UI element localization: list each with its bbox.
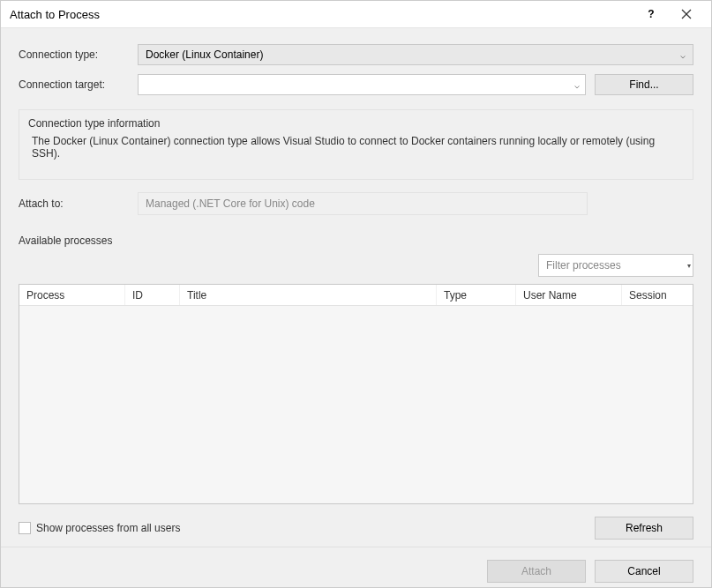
attach-to-label: Attach to: [19, 197, 138, 210]
attach-to-row: Attach to: Managed (.NET Core for Unix) … [19, 192, 693, 215]
titlebar: Attach to Process ? [1, 1, 711, 28]
connection-target-label: Connection target: [19, 78, 138, 91]
find-button-label: Find... [629, 78, 658, 91]
attach-to-value-box: Managed (.NET Core for Unix) code [138, 192, 588, 215]
cancel-button[interactable]: Cancel [595, 560, 693, 583]
close-icon [681, 9, 692, 19]
chevron-down-icon: ⌵ [574, 80, 580, 90]
find-button[interactable]: Find... [595, 74, 693, 95]
filter-processes-input[interactable] [544, 258, 680, 272]
below-table-row: Show processes from all users Refresh [19, 517, 693, 540]
connection-type-row: Connection type: Docker (Linux Container… [19, 44, 693, 65]
column-header-process[interactable]: Process [19, 285, 125, 305]
available-processes-label: Available processes [19, 234, 693, 247]
column-header-id[interactable]: ID [125, 285, 180, 305]
processes-table: Process ID Title Type User Name Session [19, 284, 693, 504]
help-icon: ? [648, 8, 654, 20]
connection-type-label: Connection type: [19, 48, 138, 61]
filter-processes-box[interactable]: ▾ [538, 254, 693, 277]
column-header-user[interactable]: User Name [516, 285, 622, 305]
show-all-users-label: Show processes from all users [36, 522, 180, 534]
connection-type-value: Docker (Linux Container) [146, 48, 680, 61]
chevron-down-icon: ⌵ [680, 50, 686, 60]
dialog-content: Connection type: Docker (Linux Container… [1, 28, 711, 547]
attach-to-value: Managed (.NET Core for Unix) code [146, 197, 315, 210]
attach-to-process-dialog: Attach to Process ? Connection type: Doc… [0, 0, 712, 588]
dialog-title: Attach to Process [10, 8, 633, 21]
connection-type-combo[interactable]: Docker (Linux Container) ⌵ [138, 44, 693, 65]
close-button[interactable] [669, 1, 704, 27]
help-button[interactable]: ? [633, 1, 669, 27]
processes-table-body [19, 306, 693, 503]
show-all-users-checkbox[interactable] [19, 522, 31, 534]
filter-row: ▾ [19, 254, 693, 277]
connection-info-box: Connection type information The Docker (… [19, 109, 693, 180]
column-header-session[interactable]: Session [622, 285, 693, 305]
attach-button[interactable]: Attach [487, 560, 586, 583]
connection-target-combo[interactable]: ⌵ [138, 74, 586, 95]
refresh-button-label: Refresh [626, 522, 663, 534]
connection-info-title: Connection type information [28, 117, 684, 130]
dialog-footer: Attach Cancel [1, 547, 711, 588]
connection-info-text: The Docker (Linux Container) connection … [28, 135, 684, 160]
cancel-button-label: Cancel [627, 565, 660, 577]
column-header-type[interactable]: Type [437, 285, 516, 305]
refresh-button[interactable]: Refresh [595, 517, 693, 540]
processes-table-header: Process ID Title Type User Name Session [19, 285, 693, 306]
dropdown-caret-icon[interactable]: ▾ [687, 262, 691, 270]
connection-target-row: Connection target: ⌵ Find... [19, 74, 693, 95]
column-header-title[interactable]: Title [180, 285, 437, 305]
attach-button-label: Attach [521, 565, 551, 577]
